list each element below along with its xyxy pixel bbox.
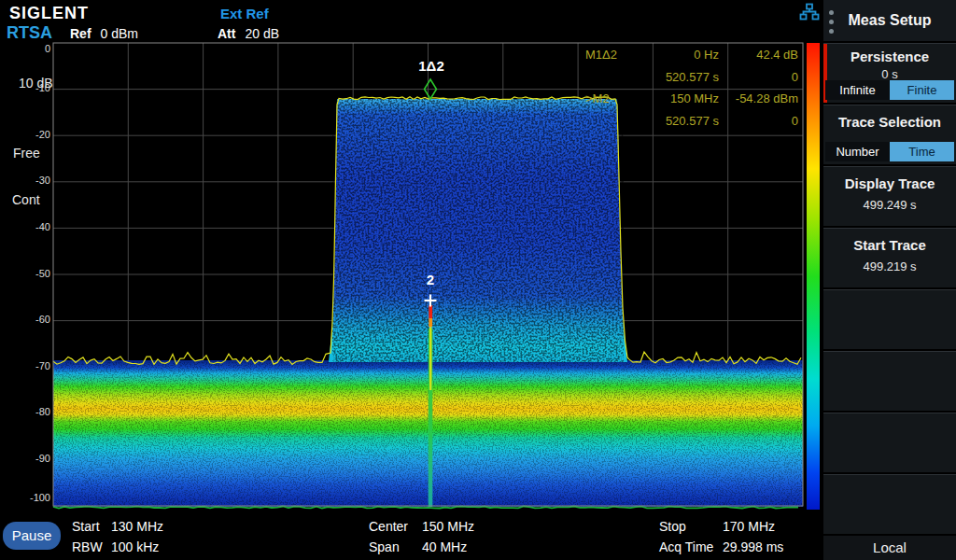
y-axis-label: -30 bbox=[4, 175, 50, 186]
y-axis-label: -90 bbox=[4, 453, 50, 464]
toggle-finite[interactable]: Finite bbox=[890, 80, 954, 100]
y-axis-label: -100 bbox=[4, 492, 50, 503]
ext-ref-status: Ext Ref bbox=[220, 6, 269, 21]
softkey-empty bbox=[823, 413, 956, 472]
softkey-trace-selection[interactable]: Trace Selection Number Time bbox=[823, 105, 956, 164]
marker-table: M1Δ2 0 Hz 42.4 dB 520.577 s 0 >M2 150 MH… bbox=[521, 44, 801, 132]
y-axis-label: -80 bbox=[4, 406, 50, 417]
marker-table-row: 520.577 s 0 bbox=[521, 66, 801, 89]
y-axis-label: -50 bbox=[4, 268, 50, 279]
toggle-number[interactable]: Number bbox=[825, 142, 890, 161]
panel-title: Meas Setup bbox=[823, 0, 956, 41]
color-scale-bar bbox=[807, 43, 820, 510]
softkey-start-trace[interactable]: Start Trace 499.219 s bbox=[823, 228, 956, 287]
spectrum-display bbox=[0, 0, 956, 560]
local-button[interactable]: Local bbox=[823, 536, 956, 560]
attenuation-readout: Att 20 dB bbox=[218, 26, 279, 41]
y-axis-label: -10 bbox=[4, 82, 50, 93]
softkey-display-trace[interactable]: Display Trace 499.249 s bbox=[823, 166, 956, 226]
y-axis-label: 0 bbox=[4, 43, 50, 54]
pause-button[interactable]: Pause bbox=[3, 522, 61, 550]
att-value: 20 dB bbox=[245, 26, 279, 41]
softkey-empty bbox=[823, 474, 956, 534]
marker-table-row: M1Δ2 0 Hz 42.4 dB bbox=[521, 44, 801, 66]
ref-label: Ref bbox=[70, 26, 91, 41]
y-axis-label: -60 bbox=[4, 314, 50, 325]
rtsa-screen: SIGLENT Ext Ref RTSA Ref 0 dBm Att 20 dB… bbox=[0, 0, 956, 560]
marker-table-row: >M2 150 MHz -54.28 dBm bbox=[521, 88, 801, 110]
y-axis-label: -70 bbox=[4, 360, 50, 371]
freq-readout-group: Start130 MHz RBW100 kHz bbox=[72, 519, 163, 555]
lan-icon bbox=[799, 3, 820, 21]
ref-level-readout: Ref 0 dBm bbox=[70, 26, 138, 41]
marker2-label: 2 bbox=[424, 272, 437, 287]
sweep-mode-label: Cont bbox=[12, 192, 40, 207]
trigger-mode-label: Free bbox=[13, 146, 40, 161]
trace-selection-toggle: Number Time bbox=[825, 142, 954, 161]
marker-table-row: 520.577 s 0 bbox=[521, 110, 801, 133]
softkey-persistence[interactable]: Persistence 0 s Infinite Finite bbox=[823, 43, 956, 103]
softkey-panel: Meas Setup Persistence 0 s Infinite Fini… bbox=[823, 0, 956, 560]
softkey-empty bbox=[823, 351, 956, 411]
center-span-group: Center150 MHz Span40 MHz bbox=[369, 519, 474, 555]
panel-header: Meas Setup bbox=[823, 0, 956, 41]
delta-marker-label: 1Δ2 bbox=[415, 58, 448, 74]
toggle-time[interactable]: Time bbox=[890, 142, 954, 161]
softkey-empty bbox=[823, 289, 956, 349]
y-axis-label: -20 bbox=[4, 129, 50, 140]
brand-logo: SIGLENT bbox=[9, 4, 89, 23]
y-axis-label: -40 bbox=[4, 221, 50, 232]
ref-value: 0 dBm bbox=[101, 26, 138, 41]
att-label: Att bbox=[218, 26, 235, 41]
stop-acq-group: Stop170 MHz Acq Time29.998 ms bbox=[659, 519, 783, 555]
mode-label: RTSA bbox=[7, 23, 52, 43]
cw-spike bbox=[429, 305, 433, 507]
persistence-toggle: Infinite Finite bbox=[825, 80, 954, 100]
menu-dots-icon bbox=[829, 10, 834, 34]
toggle-infinite[interactable]: Infinite bbox=[825, 80, 890, 100]
